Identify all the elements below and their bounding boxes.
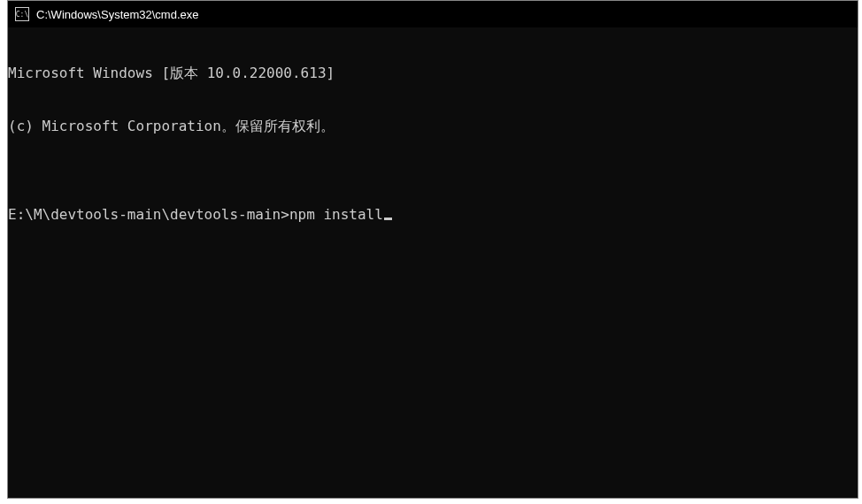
window-title: C:\Windows\System32\cmd.exe [36,8,199,21]
output-line: (c) Microsoft Corporation。保留所有权利。 [8,118,858,135]
prompt-path: E:\M\devtools-main\devtools-main> [8,206,289,223]
titlebar[interactable]: C:\ C:\Windows\System32\cmd.exe [8,1,858,27]
cursor [384,218,392,220]
prompt-line: E:\M\devtools-main\devtools-main>npm ins… [8,206,858,224]
cmd-window: C:\ C:\Windows\System32\cmd.exe Microsof… [7,0,858,499]
output-line: Microsoft Windows [版本 10.0.22000.613] [8,65,858,82]
command-input-text[interactable]: npm install [289,206,383,223]
cmd-icon: C:\ [15,7,29,21]
terminal-body[interactable]: Microsoft Windows [版本 10.0.22000.613] (c… [8,27,858,498]
